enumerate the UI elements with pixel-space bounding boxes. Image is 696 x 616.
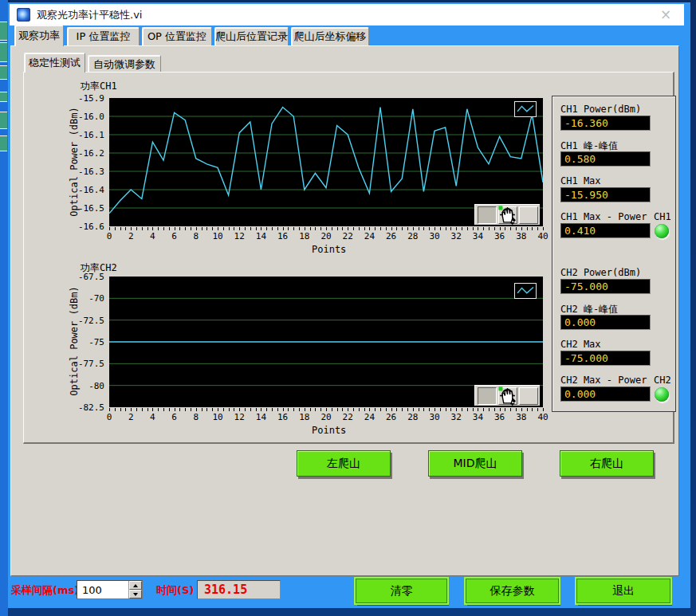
time-label: 时间(S)	[156, 583, 194, 598]
ch2-max-minus-power-label: CH2 Max - Power	[560, 375, 647, 386]
x-tick-label: 32	[451, 231, 462, 241]
tab-observe-power[interactable]: 观察功率	[14, 25, 64, 46]
close-icon[interactable]: ×	[657, 6, 674, 22]
x-tick-label: 36	[494, 412, 505, 422]
ch1-max-label: CH1 Max	[560, 175, 601, 186]
ch2-x-tick-labels: 0246810121416182022242628303234363840	[109, 412, 543, 422]
ch1-x-tick-labels: 0246810121416182022242628303234363840	[109, 231, 543, 241]
sliver-row	[0, 92, 7, 102]
ch2-x-axis-ticks	[109, 408, 544, 411]
sample-interval-input[interactable]	[77, 581, 128, 598]
y-tick-label: -16.0	[78, 112, 104, 122]
save-params-button[interactable]: 保存参数	[466, 579, 559, 603]
y-tick-label: -16.2	[78, 148, 104, 159]
x-tick-label: 16	[277, 412, 288, 422]
x-tick-label: 6	[171, 412, 177, 422]
tab-label: 自动微调参数	[93, 58, 155, 70]
y-tick-label: -72.5	[78, 315, 104, 325]
y-tick-label: -70	[88, 293, 104, 304]
window-title: 观察光功率计平稳性.vi	[37, 8, 142, 22]
y-tick-label: -16.5	[78, 203, 104, 214]
ch2-plot-legend-icon[interactable]	[514, 283, 537, 299]
pan-hand-tool-icon[interactable]	[519, 387, 538, 405]
tab-post-climb-coord-offset[interactable]: 爬山后坐标偏移	[291, 27, 369, 45]
sliver-row	[0, 22, 7, 41]
ch2-plot	[109, 277, 543, 407]
tab-op-position-monitor[interactable]: OP 位置监控	[142, 27, 212, 45]
y-tick-label: -16.3	[78, 167, 104, 177]
ch2-graph-palette	[474, 385, 540, 406]
spin-up-icon[interactable]	[129, 581, 142, 590]
x-tick-label: 30	[429, 231, 439, 241]
y-tick-label: -16.6	[78, 222, 104, 232]
x-tick-label: 38	[516, 231, 526, 241]
x-tick-label: 24	[364, 412, 375, 422]
x-tick-label: 0	[107, 412, 112, 422]
x-tick-label: 16	[277, 231, 288, 241]
ch2-power-label: CH2 Power(dBm)	[560, 267, 641, 278]
button-label: 清零	[391, 584, 413, 597]
tab-ip-position-monitor[interactable]: IP 位置监控	[67, 27, 140, 45]
ch2-max-minus-power-value: 0.000	[560, 386, 651, 402]
button-label: 退出	[612, 584, 635, 597]
ch2-y-tick-labels: -67.5-70-72.5-75-77.5-80-82.5	[48, 277, 108, 407]
mid-climb-button[interactable]: MID爬山	[428, 450, 522, 477]
desktop: 观察光功率计平稳性.vi × 观察功率 IP 位置监控 OP 位置监控 爬山后位…	[0, 0, 696, 616]
x-tick-label: 12	[234, 231, 245, 241]
x-tick-label: 40	[537, 231, 548, 241]
ch1-max-minus-power-value: 0.410	[560, 223, 651, 238]
ch1-plot-legend-icon[interactable]	[514, 101, 537, 117]
x-tick-label: 22	[343, 412, 353, 422]
tab-post-climb-position-record[interactable]: 爬山后位置记录	[214, 27, 289, 45]
ch1-chart-title: 功率CH1	[81, 80, 117, 93]
x-tick-label: 20	[320, 231, 331, 241]
button-label: MID爬山	[454, 457, 497, 469]
ch2-max-value: -75.000	[560, 351, 651, 366]
time-display: 316.15	[197, 580, 281, 599]
x-tick-label: 10	[212, 412, 222, 422]
y-tick-label: -75	[88, 337, 104, 347]
tab-stability-test[interactable]: 稳定性测试	[24, 53, 85, 73]
x-tick-label: 14	[256, 231, 266, 241]
x-tick-label: 4	[150, 231, 155, 241]
y-tick-label: -15.9	[78, 93, 104, 104]
clear-button[interactable]: 清零	[356, 579, 447, 603]
ch1-peak-to-peak-value: 0.580	[560, 151, 651, 167]
button-label: 左爬山	[327, 457, 360, 469]
spin-down-icon[interactable]	[129, 590, 142, 598]
x-tick-label: 34	[473, 412, 483, 422]
y-tick-label: -16.1	[78, 130, 104, 140]
x-tick-label: 32	[451, 412, 462, 422]
x-tick-label: 18	[299, 231, 309, 241]
x-tick-label: 36	[494, 231, 505, 241]
x-tick-label: 2	[128, 231, 134, 241]
x-tick-label: 2	[128, 412, 134, 422]
x-tick-label: 8	[193, 231, 199, 241]
tab-label: OP 位置监控	[147, 30, 206, 42]
pan-hand-tool-icon[interactable]	[519, 206, 538, 224]
ch2-max-label: CH2 Max	[560, 339, 601, 350]
x-tick-label: 34	[473, 231, 483, 241]
sample-interval-label: 采样间隔(ms)	[11, 583, 79, 598]
x-tick-label: 26	[386, 231, 396, 241]
ch1-max-minus-power-label: CH1 Max - Power	[560, 211, 647, 222]
sliver-row	[0, 42, 7, 62]
ch2-led	[655, 387, 669, 402]
ch1-graph-palette	[474, 204, 540, 225]
x-tick-label: 0	[107, 231, 112, 241]
sliver-row	[0, 135, 7, 151]
x-tick-label: 38	[516, 412, 526, 422]
x-tick-label: 20	[320, 412, 331, 422]
x-tick-label: 6	[171, 231, 177, 241]
spin-buttons	[128, 581, 142, 598]
y-tick-label: -16.4	[78, 185, 104, 195]
ch1-plot	[109, 98, 543, 226]
x-tick-label: 30	[429, 412, 439, 422]
tab-auto-tune-params[interactable]: 自动微调参数	[88, 55, 161, 73]
exit-button[interactable]: 退出	[576, 579, 670, 603]
sample-interval-stepper[interactable]	[77, 580, 143, 599]
x-tick-label: 40	[537, 412, 548, 422]
title-bar[interactable]: 观察光功率计平稳性.vi ×	[10, 4, 684, 26]
left-climb-button[interactable]: 左爬山	[297, 450, 391, 477]
right-climb-button[interactable]: 右爬山	[560, 450, 654, 477]
